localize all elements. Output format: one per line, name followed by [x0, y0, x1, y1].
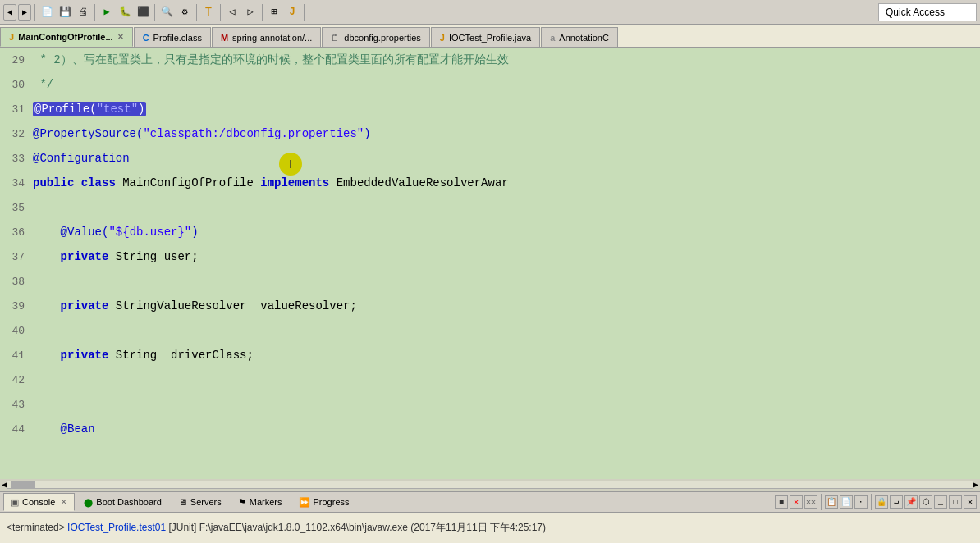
refactor-icon[interactable]: ⚙ — [176, 4, 193, 21]
tab-icon-main-config: J — [9, 32, 14, 42]
code-line-36: 36 @Value("${db.user}") — [0, 220, 980, 244]
console-tab-icon: ▣ — [11, 497, 19, 508]
bottom-tab-boot-dashboard[interactable]: ⬤ Boot Dashboard — [76, 493, 169, 511]
code-line-38: 38 — [0, 269, 980, 294]
line-content-36: @Value("${db.user}") — [33, 226, 980, 239]
quick-access-input[interactable]: Quick Access — [878, 3, 977, 21]
close-panel-button[interactable]: ✕ — [964, 495, 977, 509]
tab-main-config[interactable]: J MainConfigOfProfile... ✕ — [0, 27, 133, 47]
line-number-35: 35 — [0, 202, 33, 214]
perspective-icon[interactable]: ⊞ — [266, 4, 282, 21]
new-icon[interactable]: 📄 — [39, 4, 55, 21]
save-icon[interactable]: 💾 — [57, 4, 73, 21]
line-number-29: 29 — [0, 54, 33, 66]
scrollbar-track — [7, 481, 973, 489]
separator-5 — [220, 4, 221, 21]
tab-label-main-config: MainConfigOfProfile... — [18, 32, 113, 42]
maximize-button[interactable]: □ — [949, 495, 962, 509]
run-icon[interactable]: ▶ — [98, 4, 115, 21]
open-console-button[interactable]: ⬡ — [919, 495, 932, 509]
tab-label-ioctest: IOCTest_Profile.java — [449, 33, 531, 43]
line-number-34: 34 — [0, 177, 33, 189]
line-number-33: 33 — [0, 153, 33, 165]
next-edit-icon[interactable]: ▷ — [242, 4, 259, 21]
bottom-tab-servers[interactable]: 🖥 Servers — [171, 493, 229, 511]
prev-edit-icon[interactable]: ◁ — [224, 4, 240, 21]
code-line-29: 29 * 2）、写在配置类上，只有是指定的环境的时候，整个配置类里面的所有配置才… — [0, 48, 980, 72]
terminate-button[interactable]: ✕ — [790, 495, 803, 509]
separator-4 — [196, 4, 197, 21]
debug-icon[interactable]: 🐛 — [117, 4, 133, 21]
line-content-44: @Bean — [33, 422, 980, 436]
scrollbar-thumb[interactable] — [11, 481, 35, 488]
tab-ioctest[interactable]: J IOCTest_Profile.java — [431, 27, 540, 47]
markers-label: Markers — [250, 497, 282, 507]
console-tab-label: Console — [22, 497, 55, 507]
stop-console-button[interactable]: ■ — [775, 495, 788, 509]
editor-tab-bar: J MainConfigOfProfile... ✕ C Profile.cla… — [0, 25, 980, 48]
quick-access-label: Quick Access — [886, 7, 945, 18]
code-line-30: 30 */ — [0, 72, 980, 97]
word-wrap-button[interactable]: ↵ — [890, 495, 903, 509]
line-number-31: 31 — [0, 103, 33, 116]
tab-icon-dbconfig: 🗒 — [331, 33, 340, 43]
separator-6 — [262, 4, 263, 21]
boot-dashboard-icon: ⬤ — [84, 498, 93, 507]
code-line-37: 37 private String user; — [0, 244, 980, 269]
separator-1 — [34, 4, 35, 21]
bottom-panel-icons: ■ ✕ ✕✕ 📋 📄 ⊡ 🔒 ↵ 📌 ⬡ _ □ ✕ — [775, 494, 977, 510]
bottom-tab-progress[interactable]: ⏩ Progress — [291, 493, 357, 511]
pin-console-button[interactable]: 📌 — [904, 495, 918, 509]
code-line-43: 43 — [0, 392, 980, 417]
tab-label-dbconfig: dbconfig.properties — [344, 33, 421, 43]
boot-dashboard-label: Boot Dashboard — [96, 497, 162, 507]
progress-icon: ⏩ — [299, 497, 310, 508]
bottom-tab-console[interactable]: ▣ Console ✕ — [3, 493, 75, 511]
console-status-bar: <terminated> IOCTest_Profile.test01 [JUn… — [0, 513, 980, 543]
tab-annotationc[interactable]: a AnnotationC — [541, 27, 618, 47]
forward-button[interactable]: ▶ — [18, 4, 31, 21]
code-line-40: 40 — [0, 318, 980, 343]
tab-spring-annotation[interactable]: M spring-annotation/... — [212, 27, 321, 47]
line-content-39: private StringValueResolver valueResolve… — [33, 299, 980, 313]
cursor-indicator: I — [279, 153, 302, 176]
console-view-button[interactable]: ⊡ — [854, 495, 868, 509]
separator-7 — [304, 4, 305, 21]
code-line-31: 31 @Profile("test") — [0, 97, 980, 121]
scroll-lock-button[interactable]: 🔒 — [875, 495, 888, 509]
markers-icon: ⚑ — [238, 497, 246, 508]
tab-label-annotationc: AnnotationC — [559, 33, 609, 43]
line-number-30: 30 — [0, 79, 33, 91]
copy-console-button[interactable]: 📋 — [825, 495, 838, 509]
tab-dbconfig[interactable]: 🗒 dbconfig.properties — [322, 27, 430, 47]
line-number-39: 39 — [0, 300, 33, 313]
stop-icon[interactable]: ⬛ — [135, 4, 151, 21]
bottom-separator — [821, 494, 822, 510]
back-button[interactable]: ◀ — [3, 4, 16, 21]
horizontal-scrollbar[interactable]: ◀ ▶ — [0, 479, 980, 491]
bottom-tab-markers[interactable]: ⚑ Markers — [231, 493, 290, 511]
scroll-right-button[interactable]: ▶ — [973, 480, 978, 490]
console-tab-close[interactable]: ✕ — [61, 498, 67, 506]
code-line-34: 34 public class MainConfigOfProfile impl… — [0, 171, 980, 195]
test-link[interactable]: IOCTest_Profile.test01 — [67, 522, 166, 533]
tab-close-main-config[interactable]: ✕ — [117, 33, 124, 41]
line-number-43: 43 — [0, 399, 33, 411]
line-number-37: 37 — [0, 251, 33, 263]
tab-icon-spring-annotation: M — [221, 33, 228, 43]
line-content-34: public class MainConfigOfProfile impleme… — [33, 176, 980, 189]
remove-terminated-button[interactable]: ✕✕ — [804, 495, 817, 509]
minimize-button[interactable]: _ — [934, 495, 947, 509]
print-icon[interactable]: 🖨 — [75, 4, 91, 21]
line-number-32: 32 — [0, 128, 33, 140]
code-editor[interactable]: I 29 * 2）、写在配置类上，只有是指定的环境的时候，整个配置类里面的所有配… — [0, 48, 980, 491]
line-content-37: private String user; — [33, 250, 980, 263]
search-icon[interactable]: 🔍 — [158, 4, 175, 21]
code-line-42: 42 — [0, 367, 980, 392]
code-line-39: 39 private StringValueResolver valueReso… — [0, 294, 980, 318]
java-perspective-icon[interactable]: J — [284, 4, 300, 21]
paste-console-button[interactable]: 📄 — [840, 495, 853, 509]
open-type-icon[interactable]: T — [200, 4, 217, 21]
tab-profile-class[interactable]: C Profile.class — [134, 27, 211, 47]
line-number-38: 38 — [0, 276, 33, 288]
